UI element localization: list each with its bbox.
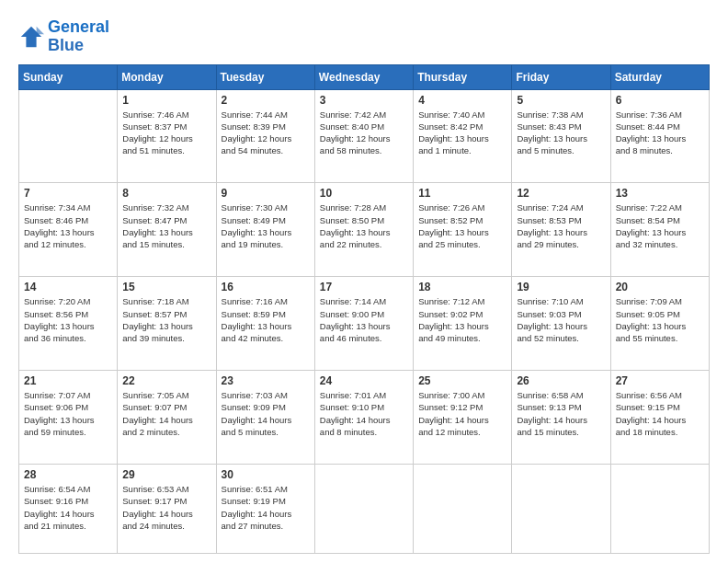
- day-info: Sunrise: 7:05 AM Sunset: 9:07 PM Dayligh…: [122, 389, 210, 438]
- day-info: Sunrise: 7:30 AM Sunset: 8:49 PM Dayligh…: [222, 201, 310, 250]
- day-number: 17: [320, 281, 408, 293]
- day-info: Sunrise: 7:09 AM Sunset: 9:05 PM Dayligh…: [616, 295, 704, 344]
- day-info: Sunrise: 7:20 AM Sunset: 8:56 PM Dayligh…: [24, 295, 112, 344]
- day-info: Sunrise: 7:38 AM Sunset: 8:43 PM Dayligh…: [517, 109, 605, 157]
- day-number: 26: [517, 374, 605, 387]
- calendar-cell: 22Sunrise: 7:05 AM Sunset: 9:07 PM Dayli…: [118, 371, 216, 465]
- calendar-cell: 2Sunrise: 7:44 AM Sunset: 8:39 PM Daylig…: [216, 89, 314, 183]
- day-number: 12: [517, 187, 605, 200]
- calendar-cell: 21Sunrise: 7:07 AM Sunset: 9:06 PM Dayli…: [19, 371, 118, 465]
- calendar-cell: 24Sunrise: 7:01 AM Sunset: 9:10 PM Dayli…: [314, 371, 413, 465]
- day-info: Sunrise: 7:22 AM Sunset: 8:54 PM Dayligh…: [616, 201, 704, 250]
- day-info: Sunrise: 6:58 AM Sunset: 9:13 PM Dayligh…: [517, 389, 605, 438]
- day-number: 6: [616, 94, 704, 107]
- day-number: 7: [24, 187, 112, 200]
- day-number: 19: [517, 281, 605, 293]
- day-number: 28: [24, 468, 112, 481]
- day-number: 25: [418, 374, 506, 387]
- calendar-cell: 6Sunrise: 7:36 AM Sunset: 8:44 PM Daylig…: [610, 89, 709, 183]
- calendar-cell: 18Sunrise: 7:12 AM Sunset: 9:02 PM Dayli…: [414, 277, 512, 371]
- day-info: Sunrise: 6:51 AM Sunset: 9:19 PM Dayligh…: [222, 483, 310, 532]
- week-row-3: 14Sunrise: 7:20 AM Sunset: 8:56 PM Dayli…: [19, 277, 710, 371]
- calendar-cell: 30Sunrise: 6:51 AM Sunset: 9:19 PM Dayli…: [216, 464, 314, 553]
- day-info: Sunrise: 7:18 AM Sunset: 8:57 PM Dayligh…: [122, 295, 210, 344]
- week-row-1: 1Sunrise: 7:46 AM Sunset: 8:37 PM Daylig…: [19, 89, 710, 183]
- header: General Blue: [18, 18, 710, 55]
- day-info: Sunrise: 7:46 AM Sunset: 8:37 PM Dayligh…: [122, 109, 210, 157]
- calendar-cell: 1Sunrise: 7:46 AM Sunset: 8:37 PM Daylig…: [118, 89, 216, 183]
- logo: General Blue: [18, 18, 109, 55]
- day-number: 22: [122, 374, 210, 387]
- day-number: 9: [222, 187, 310, 200]
- weekday-tuesday: Tuesday: [216, 64, 314, 89]
- calendar-cell: [19, 89, 118, 183]
- weekday-saturday: Saturday: [610, 64, 709, 89]
- calendar-cell: 28Sunrise: 6:54 AM Sunset: 9:16 PM Dayli…: [19, 464, 118, 553]
- day-info: Sunrise: 7:12 AM Sunset: 9:02 PM Dayligh…: [418, 295, 506, 344]
- calendar-cell: [414, 464, 512, 553]
- svg-marker-1: [37, 27, 44, 34]
- calendar-cell: [512, 464, 610, 553]
- day-info: Sunrise: 6:54 AM Sunset: 9:16 PM Dayligh…: [24, 483, 112, 532]
- day-info: Sunrise: 6:56 AM Sunset: 9:15 PM Dayligh…: [616, 389, 704, 438]
- day-number: 27: [616, 374, 704, 387]
- day-number: 10: [320, 187, 408, 200]
- logo-text: General Blue: [48, 18, 109, 55]
- day-info: Sunrise: 7:01 AM Sunset: 9:10 PM Dayligh…: [320, 389, 408, 438]
- day-number: 13: [616, 187, 704, 200]
- calendar-cell: 27Sunrise: 6:56 AM Sunset: 9:15 PM Dayli…: [610, 371, 709, 465]
- calendar-cell: [610, 464, 709, 553]
- weekday-wednesday: Wednesday: [314, 64, 413, 89]
- day-number: 15: [122, 281, 210, 293]
- calendar-cell: 11Sunrise: 7:26 AM Sunset: 8:52 PM Dayli…: [414, 183, 512, 277]
- day-number: 14: [24, 281, 112, 293]
- day-info: Sunrise: 7:32 AM Sunset: 8:47 PM Dayligh…: [122, 201, 210, 250]
- day-number: 24: [320, 374, 408, 387]
- week-row-2: 7Sunrise: 7:34 AM Sunset: 8:46 PM Daylig…: [19, 183, 710, 277]
- day-number: 16: [222, 281, 310, 293]
- day-info: Sunrise: 7:40 AM Sunset: 8:42 PM Dayligh…: [418, 109, 506, 157]
- calendar-cell: 15Sunrise: 7:18 AM Sunset: 8:57 PM Dayli…: [118, 277, 216, 371]
- week-row-5: 28Sunrise: 6:54 AM Sunset: 9:16 PM Dayli…: [19, 464, 710, 553]
- day-info: Sunrise: 6:53 AM Sunset: 9:17 PM Dayligh…: [122, 483, 210, 532]
- calendar-cell: 9Sunrise: 7:30 AM Sunset: 8:49 PM Daylig…: [216, 183, 314, 277]
- weekday-thursday: Thursday: [414, 64, 512, 89]
- day-info: Sunrise: 7:00 AM Sunset: 9:12 PM Dayligh…: [418, 389, 506, 438]
- day-info: Sunrise: 7:14 AM Sunset: 9:00 PM Dayligh…: [320, 295, 408, 344]
- weekday-header-row: SundayMondayTuesdayWednesdayThursdayFrid…: [19, 64, 710, 89]
- calendar-cell: 12Sunrise: 7:24 AM Sunset: 8:53 PM Dayli…: [512, 183, 610, 277]
- calendar-cell: 14Sunrise: 7:20 AM Sunset: 8:56 PM Dayli…: [19, 277, 118, 371]
- day-number: 2: [222, 94, 310, 107]
- calendar-cell: 26Sunrise: 6:58 AM Sunset: 9:13 PM Dayli…: [512, 371, 610, 465]
- day-info: Sunrise: 7:44 AM Sunset: 8:39 PM Dayligh…: [222, 109, 310, 157]
- day-info: Sunrise: 7:42 AM Sunset: 8:40 PM Dayligh…: [320, 109, 408, 157]
- calendar-cell: 3Sunrise: 7:42 AM Sunset: 8:40 PM Daylig…: [314, 89, 413, 183]
- page: General Blue SundayMondayTuesdayWednesda…: [0, 0, 728, 563]
- calendar-cell: 23Sunrise: 7:03 AM Sunset: 9:09 PM Dayli…: [216, 371, 314, 465]
- day-number: 3: [320, 94, 408, 107]
- day-info: Sunrise: 7:26 AM Sunset: 8:52 PM Dayligh…: [418, 201, 506, 250]
- calendar-cell: 29Sunrise: 6:53 AM Sunset: 9:17 PM Dayli…: [118, 464, 216, 553]
- calendar-cell: 13Sunrise: 7:22 AM Sunset: 8:54 PM Dayli…: [610, 183, 709, 277]
- day-info: Sunrise: 7:07 AM Sunset: 9:06 PM Dayligh…: [24, 389, 112, 438]
- calendar-cell: 16Sunrise: 7:16 AM Sunset: 8:59 PM Dayli…: [216, 277, 314, 371]
- day-number: 21: [24, 374, 112, 387]
- calendar-cell: 17Sunrise: 7:14 AM Sunset: 9:00 PM Dayli…: [314, 277, 413, 371]
- day-number: 29: [122, 468, 210, 481]
- week-row-4: 21Sunrise: 7:07 AM Sunset: 9:06 PM Dayli…: [19, 371, 710, 465]
- calendar-cell: 4Sunrise: 7:40 AM Sunset: 8:42 PM Daylig…: [414, 89, 512, 183]
- day-info: Sunrise: 7:34 AM Sunset: 8:46 PM Dayligh…: [24, 201, 112, 250]
- day-number: 30: [222, 468, 310, 481]
- day-number: 11: [418, 187, 506, 200]
- calendar-cell: [314, 464, 413, 553]
- calendar-cell: 10Sunrise: 7:28 AM Sunset: 8:50 PM Dayli…: [314, 183, 413, 277]
- day-info: Sunrise: 7:03 AM Sunset: 9:09 PM Dayligh…: [222, 389, 310, 438]
- weekday-sunday: Sunday: [19, 64, 118, 89]
- day-number: 8: [122, 187, 210, 200]
- day-number: 4: [418, 94, 506, 107]
- day-number: 1: [122, 94, 210, 107]
- calendar-cell: 7Sunrise: 7:34 AM Sunset: 8:46 PM Daylig…: [19, 183, 118, 277]
- logo-icon: [18, 24, 44, 50]
- calendar-table: SundayMondayTuesdayWednesdayThursdayFrid…: [18, 64, 710, 554]
- day-info: Sunrise: 7:36 AM Sunset: 8:44 PM Dayligh…: [616, 109, 704, 157]
